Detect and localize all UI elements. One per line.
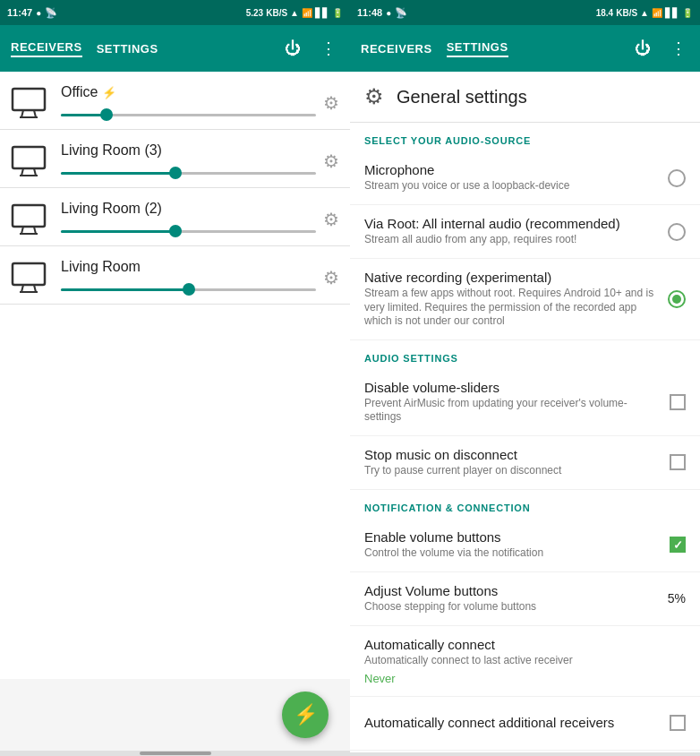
auto-connect-additional-checkbox[interactable]: [670, 715, 686, 731]
receiver-item: Living Room (3) ⚙: [0, 130, 350, 188]
setting-enable-volume-buttons[interactable]: Enable volume buttons Control the volume…: [350, 519, 700, 572]
adjust-vol-percent: 5%: [668, 591, 686, 606]
auto-connect-subtitle: Automatically connect to last active rec…: [364, 654, 686, 668]
setting-microphone[interactable]: Microphone Stream you voice or use a loo…: [350, 151, 700, 205]
receiver-gear-icon[interactable]: ⚙: [323, 150, 339, 172]
receiver-item: Living Room ⚙: [0, 246, 350, 305]
svg-rect-4: [13, 147, 45, 168]
left-overflow-icon[interactable]: ⋮: [318, 38, 339, 59]
right-overflow-icon[interactable]: ⋮: [668, 38, 689, 59]
receiver-name: Living Room (3): [61, 142, 316, 159]
microphone-radio[interactable]: [668, 169, 686, 187]
left-settings-tab[interactable]: SETTINGS: [97, 42, 158, 56]
receiver-item: Living Room (2) ⚙: [0, 188, 350, 246]
receiver-info: Living Room (3): [61, 142, 316, 180]
slider-fill: [61, 230, 175, 233]
microphone-subtitle: Stream you voice or use a loopback-devic…: [364, 179, 657, 193]
receiver-gear-icon[interactable]: ⚙: [323, 92, 339, 114]
auto-connect-title: Automatically connect: [364, 637, 686, 652]
receiver-slider[interactable]: [61, 107, 316, 122]
right-status-left: 11:48 ● 📡: [357, 7, 407, 19]
via-root-content: Via Root: All internal audio (recommende…: [364, 216, 657, 247]
setting-disable-volume-sliders[interactable]: Disable volume-sliders Prevent AirMusic …: [350, 369, 700, 436]
left-status-right: 5.23 KB/S ▲ 📶 ▋▋ 🔋: [246, 8, 343, 18]
fab-lightning-icon: ⚡: [294, 703, 318, 726]
setting-native-recording[interactable]: Native recording (experimental) Stream a…: [350, 259, 700, 340]
setting-via-root[interactable]: Via Root: All internal audio (recommende…: [350, 205, 700, 259]
receiver-tv-icon: [11, 87, 50, 119]
bottom-scroll: [350, 752, 700, 756]
slider-fill: [61, 172, 175, 175]
native-recording-control[interactable]: [668, 290, 686, 308]
slider-thumb[interactable]: [183, 283, 195, 296]
right-kb-unit: KB/S: [616, 8, 637, 18]
receiver-gear-icon[interactable]: ⚙: [323, 267, 339, 288]
via-root-control[interactable]: [668, 223, 686, 241]
right-kb: 18.4: [596, 8, 613, 18]
native-recording-radio[interactable]: [668, 290, 686, 308]
setting-stop-music[interactable]: Stop music on disconnect Try to pause cu…: [350, 436, 700, 490]
adjust-vol-value: 5%: [668, 590, 686, 606]
auto-connect-additional-content: Automatically connect additional receive…: [364, 715, 659, 732]
receiver-gear-icon[interactable]: ⚙: [323, 209, 339, 230]
native-recording-subtitle: Stream a few apps without root. Requires…: [364, 287, 657, 329]
left-signal-bars: ▋▋: [315, 8, 329, 18]
receiver-slider[interactable]: [61, 166, 316, 180]
receiver-name: Living Room: [61, 259, 316, 275]
left-power-icon[interactable]: ⏻: [282, 38, 303, 59]
via-root-radio[interactable]: [668, 223, 686, 241]
native-recording-title: Native recording (experimental): [364, 270, 657, 285]
adjust-vol-title: Adjust Volume buttons: [364, 583, 657, 598]
left-cast-icon: 📡: [45, 7, 57, 19]
right-settings-tab[interactable]: SETTINGS: [447, 40, 508, 57]
microphone-control[interactable]: [668, 169, 686, 187]
gear-icon: ⚙: [364, 84, 384, 109]
adjust-vol-subtitle: Choose stepping for volume buttons: [364, 600, 657, 614]
svg-rect-0: [13, 89, 45, 110]
receiver-info: Living Room (2): [61, 201, 316, 238]
auto-connect-content: Automatically connect Automatically conn…: [364, 637, 686, 685]
left-receivers-tab[interactable]: RECEIVERS: [11, 40, 82, 57]
receiver-tv-icon: [11, 203, 50, 236]
stop-music-control[interactable]: [670, 454, 686, 470]
slider-thumb[interactable]: [169, 225, 182, 237]
receiver-list: Office ⚡ ⚙ Liv: [0, 72, 350, 679]
enable-vol-checkbox[interactable]: [670, 537, 686, 553]
receiver-slider[interactable]: [61, 224, 316, 238]
enable-vol-title: Enable volume buttons: [364, 529, 659, 545]
settings-content: SELECT YOUR AUDIO-SOURCE Microphone Stre…: [350, 123, 700, 752]
setting-auto-connect[interactable]: Automatically connect Automatically conn…: [350, 626, 700, 697]
enable-vol-content: Enable volume buttons Control the volume…: [364, 529, 659, 561]
right-receivers-tab[interactable]: RECEIVERS: [361, 42, 432, 56]
via-root-title: Via Root: All internal audio (recommende…: [364, 216, 657, 231]
auto-connect-additional-control[interactable]: [670, 715, 686, 731]
settings-header: ⚙ General settings: [350, 72, 700, 123]
right-time: 11:48: [357, 7, 382, 18]
adjust-vol-content: Adjust Volume buttons Choose stepping fo…: [364, 583, 657, 614]
right-dot-icon: ●: [386, 8, 391, 18]
slider-thumb[interactable]: [169, 167, 182, 179]
left-signal-icon: ▲: [290, 8, 299, 18]
slider-track: [61, 172, 316, 175]
left-kb-unit: KB/S: [266, 8, 287, 18]
disable-sliders-subtitle: Prevent AirMusic from updating your rece…: [364, 397, 659, 425]
section-label-notification: NOTIFICATION & CONNECTION: [350, 490, 700, 519]
stop-music-checkbox[interactable]: [670, 454, 686, 470]
right-power-icon[interactable]: ⏻: [632, 38, 653, 59]
right-panel: 11:48 ● 📡 18.4 KB/S ▲ 📶 ▋▋ 🔋 RECEIVERS S…: [350, 0, 700, 756]
left-panel: 11:47 ● 📡 5.23 KB/S ▲ 📶 ▋▋ 🔋 RECEIVERS S…: [0, 0, 350, 756]
right-signal-bars: ▋▋: [665, 8, 679, 18]
receiver-slider[interactable]: [61, 282, 316, 296]
scroll-bar: [140, 752, 211, 755]
fab-button[interactable]: ⚡: [282, 692, 329, 738]
left-top-bar: RECEIVERS SETTINGS ⏻ ⋮: [0, 25, 350, 72]
left-battery-icon: 🔋: [332, 8, 343, 18]
disable-sliders-checkbox[interactable]: [670, 394, 686, 410]
disable-sliders-control[interactable]: [670, 394, 686, 410]
enable-vol-control[interactable]: [670, 537, 686, 553]
settings-title: General settings: [397, 87, 527, 107]
setting-adjust-volume-buttons[interactable]: Adjust Volume buttons Choose stepping fo…: [350, 572, 700, 626]
setting-auto-connect-additional[interactable]: Automatically connect additional receive…: [350, 697, 700, 751]
scroll-indicator: [0, 751, 350, 756]
slider-thumb[interactable]: [100, 108, 113, 121]
